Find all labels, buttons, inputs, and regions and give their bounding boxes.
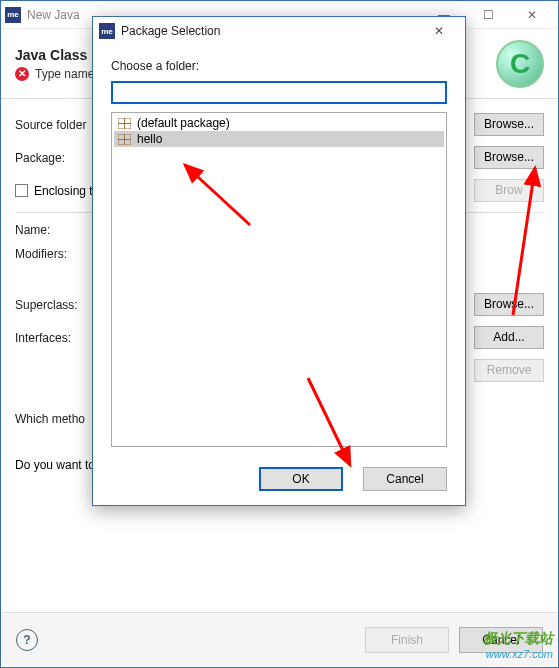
modal-button-bar: OK Cancel bbox=[93, 457, 465, 505]
package-selection-dialog: me Package Selection ✕ Choose a folder: … bbox=[92, 16, 466, 506]
browse-enclosing-button: Brow bbox=[474, 179, 544, 202]
modal-titlebar: me Package Selection ✕ bbox=[93, 17, 465, 45]
watermark-line1: 极光下载站 bbox=[483, 630, 553, 648]
label-enclosing: Enclosing t bbox=[34, 184, 93, 198]
watermark-line2: www.xz7.com bbox=[483, 648, 553, 660]
app-icon: me bbox=[5, 7, 21, 23]
package-icon bbox=[118, 134, 131, 145]
help-icon[interactable]: ? bbox=[16, 629, 38, 651]
package-list[interactable]: (default package) hello bbox=[111, 112, 447, 447]
remove-interface-button: Remove bbox=[474, 359, 544, 382]
ok-button[interactable]: OK bbox=[259, 467, 343, 491]
close-button[interactable]: ✕ bbox=[510, 2, 554, 28]
outer-window-title: New Java bbox=[27, 8, 80, 22]
modal-app-icon: me bbox=[99, 23, 115, 39]
modal-close-button[interactable]: ✕ bbox=[419, 24, 459, 38]
package-search-input[interactable] bbox=[111, 81, 447, 104]
wizard-button-bar: ? Finish Cancel bbox=[2, 612, 557, 666]
browse-source-button[interactable]: Browse... bbox=[474, 113, 544, 136]
package-item-hello[interactable]: hello bbox=[114, 131, 444, 147]
error-icon: ✕ bbox=[15, 67, 29, 81]
enclosing-checkbox[interactable] bbox=[15, 184, 28, 197]
modal-cancel-button[interactable]: Cancel bbox=[363, 467, 447, 491]
add-interface-button[interactable]: Add... bbox=[474, 326, 544, 349]
package-item-label: hello bbox=[137, 132, 162, 146]
class-icon: C bbox=[496, 40, 544, 88]
package-icon bbox=[118, 118, 131, 129]
package-item-default[interactable]: (default package) bbox=[114, 115, 444, 131]
choose-folder-label: Choose a folder: bbox=[111, 59, 447, 73]
modal-title: Package Selection bbox=[121, 24, 220, 38]
browse-package-button[interactable]: Browse... bbox=[474, 146, 544, 169]
package-item-label: (default package) bbox=[137, 116, 230, 130]
watermark: 极光下载站 www.xz7.com bbox=[483, 630, 553, 660]
browse-superclass-button[interactable]: Browse... bbox=[474, 293, 544, 316]
finish-button: Finish bbox=[365, 627, 449, 653]
banner-error-text: Type name bbox=[35, 67, 94, 81]
maximize-button[interactable]: ☐ bbox=[466, 2, 510, 28]
